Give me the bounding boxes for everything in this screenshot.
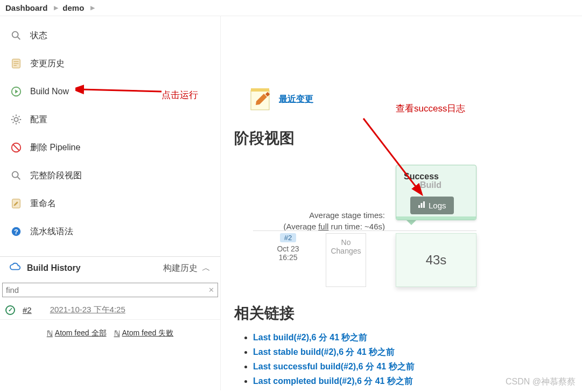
sidebar-item-delete[interactable]: 删除 Pipeline <box>0 134 220 162</box>
build-history-row[interactable]: ✓ #2 2021-10-23 下午4:25 <box>0 300 220 320</box>
svg-line-10 <box>13 145 19 151</box>
link-last-successful[interactable]: Last successful build(#2),6 分 41 秒之前 <box>253 362 415 371</box>
build-row: #2 Oct 23 16:25 No Changes 43s <box>253 230 476 287</box>
svg-point-11 <box>12 172 18 178</box>
stage-time-cell[interactable]: 43s <box>396 233 476 287</box>
pointer-triangle <box>406 220 416 225</box>
sidebar-item-label: 完整阶段视图 <box>30 170 82 181</box>
find-box[interactable]: ✕ <box>2 283 218 297</box>
atom-feed-all[interactable]: ℕAtom feed 全部 <box>47 328 107 338</box>
sidebar-item-rename[interactable]: 重命名 <box>0 190 220 218</box>
build-date: Oct 23 <box>253 244 323 253</box>
build-badge: #2 <box>280 233 296 242</box>
link-last-build[interactable]: Last build(#2),6 分 41 秒之前 <box>253 333 367 342</box>
logs-button[interactable]: Logs <box>410 197 454 214</box>
search-icon <box>10 169 23 182</box>
bar-chart-icon <box>418 201 425 210</box>
svg-rect-19 <box>418 205 420 208</box>
chevron-up-icon: ︿ <box>202 263 211 274</box>
svg-line-12 <box>18 177 20 180</box>
svg-text:?: ? <box>14 228 18 236</box>
stage-table: Average stage times: (Average full run t… <box>234 165 571 287</box>
cloud-icon <box>10 262 22 274</box>
recent-changes-link[interactable]: 最近变更 <box>279 94 313 105</box>
build-time: 16:25 <box>253 253 323 262</box>
sidebar-item-label: 删除 Pipeline <box>30 142 80 153</box>
help-icon: ? <box>10 225 23 238</box>
breadcrumb: Dashboard ▶ demo ▶ <box>0 0 582 16</box>
sidebar-item-label: 流水线语法 <box>30 226 73 237</box>
chevron-right-icon: ▶ <box>54 4 58 11</box>
sidebar-item-label: 配置 <box>30 114 47 125</box>
notepad-icon <box>248 86 274 112</box>
avg-full-label: (Average full run time: ~46s) <box>234 222 385 231</box>
rss-icon: ℕ <box>47 329 53 338</box>
build-date-link[interactable]: 2021-10-23 下午4:25 <box>50 305 125 315</box>
svg-marker-7 <box>15 89 18 93</box>
document-icon <box>10 57 23 70</box>
sidebar-item-full-stage[interactable]: 完整阶段视图 <box>0 162 220 190</box>
svg-rect-17 <box>251 88 269 92</box>
clear-icon[interactable]: ✕ <box>208 286 214 294</box>
sidebar-item-label: 重命名 <box>30 198 56 209</box>
atom-feed-fail[interactable]: ℕAtom feed 失败 <box>114 328 174 338</box>
sidebar-item-pipeline-syntax[interactable]: ? 流水线语法 <box>0 218 220 246</box>
build-history-header[interactable]: Build History 构建历史 ︿ <box>0 256 220 279</box>
avg-stage-label: Average stage times: <box>234 211 385 220</box>
no-changes-cell: No Changes <box>326 233 366 287</box>
svg-line-1 <box>18 37 20 40</box>
svg-rect-20 <box>421 203 423 208</box>
stage-header-success[interactable]: Success Build Logs <box>396 165 476 220</box>
sidebar-item-label: Build Now <box>30 87 69 96</box>
annotation-logs: 查看success日志 <box>396 102 465 115</box>
watermark: CSDN @神慕蔡蔡 <box>506 376 576 388</box>
search-icon <box>10 29 23 42</box>
find-input[interactable] <box>6 285 208 295</box>
annotation-run: 点击运行 <box>162 89 198 101</box>
play-clock-icon <box>10 85 23 98</box>
chevron-right-icon: ▶ <box>90 4 95 11</box>
sidebar: 状态 变更历史 Build Now 配置 删除 Pipeline 完整阶段视图 … <box>0 16 221 390</box>
sidebar-item-changes[interactable]: 变更历史 <box>0 50 220 78</box>
link-last-stable[interactable]: Last stable build(#2),6 分 41 秒之前 <box>253 347 395 356</box>
breadcrumb-project[interactable]: demo <box>62 3 84 12</box>
link-last-completed[interactable]: Last completed build(#2),6 分 41 秒之前 <box>253 376 413 386</box>
svg-point-8 <box>14 117 18 121</box>
sidebar-item-status[interactable]: 状态 <box>0 22 220 50</box>
build-history-title: Build History <box>27 263 81 273</box>
progress-bar <box>396 216 476 220</box>
edit-icon <box>10 197 23 210</box>
svg-point-0 <box>12 32 18 38</box>
sidebar-item-label: 变更历史 <box>30 58 65 69</box>
build-label: Build <box>420 180 468 190</box>
gear-icon <box>10 113 23 126</box>
sidebar-item-configure[interactable]: 配置 <box>0 106 220 134</box>
related-links-title: 相关链接 <box>234 303 571 324</box>
breadcrumb-dashboard[interactable]: Dashboard <box>5 3 47 12</box>
rss-icon: ℕ <box>114 329 120 338</box>
main-content: 最近变更 阶段视图 Average stage times: (Average … <box>221 16 582 390</box>
build-history-sub: 构建历史 <box>163 263 198 274</box>
feed-row: ℕAtom feed 全部 ℕAtom feed 失败 <box>0 320 220 347</box>
no-entry-icon <box>10 141 23 154</box>
stage-view-title: 阶段视图 <box>234 128 571 149</box>
success-status-icon: ✓ <box>5 305 15 315</box>
svg-rect-21 <box>423 201 425 208</box>
sidebar-item-label: 状态 <box>30 30 47 41</box>
build-info-cell[interactable]: #2 Oct 23 16:25 <box>253 233 323 287</box>
build-number-link[interactable]: #2 <box>23 305 32 314</box>
